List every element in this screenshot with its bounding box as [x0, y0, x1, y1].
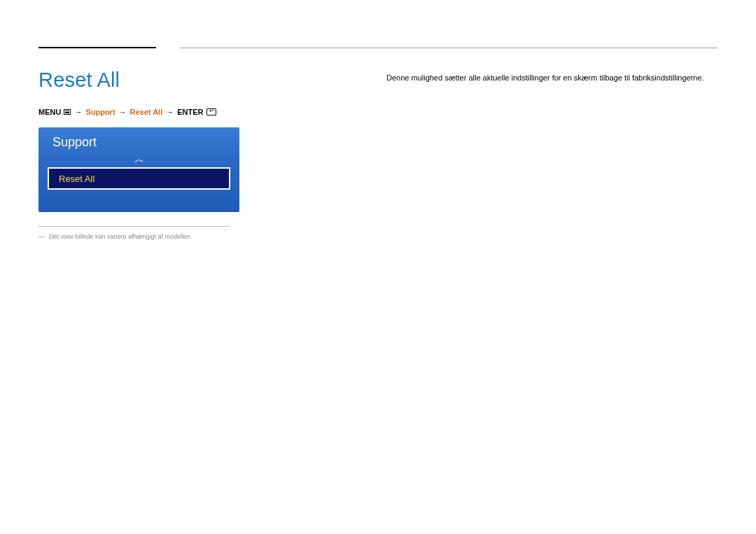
breadcrumb-enter-label: ENTER	[177, 108, 203, 116]
enter-icon	[206, 108, 216, 115]
divider	[38, 226, 230, 227]
menu-item-reset-all[interactable]: Reset All	[48, 167, 230, 190]
footnote-text: Det viste billede kan variere afhængigt …	[49, 233, 192, 240]
footnote: ― Det viste billede kan variere afhængig…	[38, 233, 192, 240]
breadcrumb-arrow-1: →	[74, 108, 82, 116]
menu-icon	[64, 109, 71, 115]
header-bar-long	[180, 48, 718, 48]
menu-item-label: Reset All	[59, 174, 94, 184]
breadcrumb: MENU → Support → Reset All → ENTER	[38, 108, 216, 116]
menu-panel-header: Support	[38, 135, 239, 150]
chevron-up-icon[interactable]: ︿	[38, 154, 239, 164]
description-text: Denne mulighed sætter alle aktuelle inds…	[386, 73, 715, 83]
breadcrumb-arrow-3: →	[166, 108, 174, 116]
breadcrumb-menu-label: MENU	[38, 108, 61, 116]
breadcrumb-arrow-2: →	[119, 108, 127, 116]
breadcrumb-support: Support	[85, 108, 115, 116]
menu-panel: Support ︿ Reset All	[38, 127, 239, 212]
footnote-dash: ―	[38, 233, 45, 240]
header-bar-short	[38, 47, 156, 48]
page-title: Reset All	[38, 69, 120, 92]
breadcrumb-reset-all: Reset All	[130, 108, 163, 116]
